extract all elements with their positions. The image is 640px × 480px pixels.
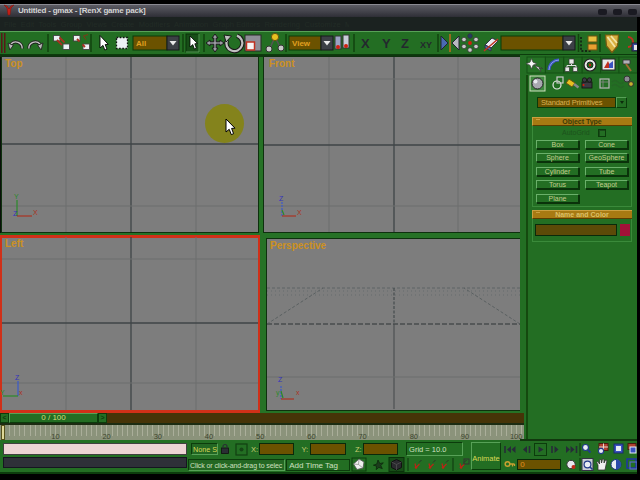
svg-text:View: View — [292, 39, 311, 48]
svg-text:Y: Y — [382, 36, 391, 51]
svg-text:Z: Z — [279, 195, 284, 202]
svg-text:Y:: Y: — [302, 445, 309, 454]
svg-text:All: All — [136, 39, 146, 48]
svg-text:Z:: Z: — [355, 445, 362, 454]
svg-text:XY: XY — [420, 40, 432, 50]
svg-text:Z: Z — [13, 210, 18, 217]
svg-text:X: X — [33, 209, 38, 216]
svg-text:y: y — [276, 389, 280, 397]
svg-text:X: X — [297, 209, 302, 216]
svg-text:Y: Y — [0, 389, 5, 396]
svg-text:X:: X: — [251, 445, 258, 454]
svg-text:Z: Z — [278, 376, 283, 383]
svg-text:X: X — [361, 36, 370, 51]
svg-text:x: x — [296, 389, 300, 396]
svg-text:Z: Z — [15, 374, 20, 381]
svg-text:Z: Z — [401, 36, 409, 51]
svg-text:Y: Y — [14, 193, 19, 200]
svg-text:x: x — [19, 389, 23, 396]
